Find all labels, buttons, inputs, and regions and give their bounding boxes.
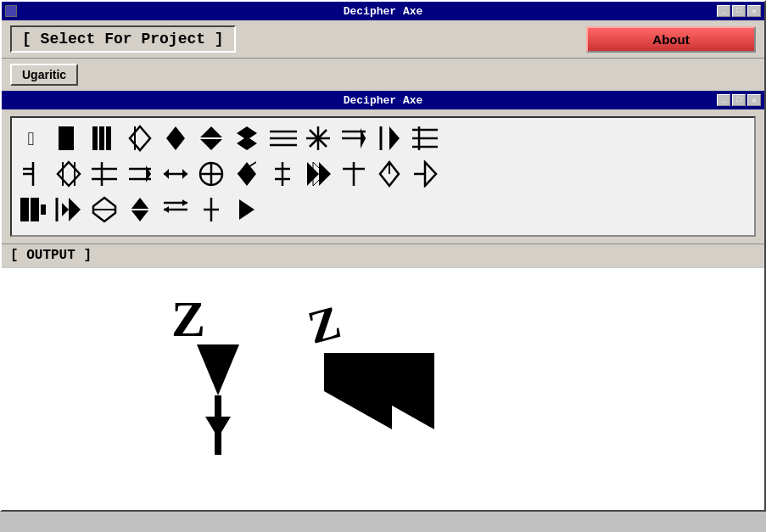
symbol-2-4[interactable]	[126, 160, 154, 193]
svg-marker-64	[69, 198, 81, 221]
symbol-2-7[interactable]	[232, 160, 261, 193]
minimize-button[interactable]: _	[717, 5, 730, 17]
svg-marker-59	[425, 162, 436, 186]
cuneiform-symbol-grid: 𒀀	[10, 116, 756, 237]
symbol-3-3[interactable]	[90, 196, 119, 228]
title-bar: Decipher Axe _ □ ✕	[2, 2, 764, 20]
svg-rect-2	[69, 126, 74, 150]
symbol-3-7[interactable]	[232, 196, 261, 228]
symbol-2-10[interactable]	[339, 160, 368, 193]
main-toolbar: [ Select For Project ] About	[2, 20, 764, 59]
symbol-1-4[interactable]	[126, 125, 154, 157]
symbol-2-5[interactable]	[161, 160, 190, 193]
symbol-row-2	[19, 160, 747, 193]
output-label: [ OUTPUT ]	[10, 248, 92, 263]
symbol-3-4[interactable]	[126, 196, 154, 228]
svg-marker-77	[239, 199, 254, 220]
svg-rect-1	[64, 126, 69, 150]
svg-marker-73	[182, 199, 187, 206]
language-bar: Ugaritic	[2, 59, 764, 91]
symbol-3-6[interactable]	[197, 196, 226, 228]
svg-rect-3	[92, 126, 98, 150]
svg-marker-47	[238, 162, 256, 186]
symbol-1-2[interactable]	[54, 125, 83, 157]
svg-marker-32	[58, 162, 80, 186]
minimize-button-2[interactable]: _	[717, 94, 730, 106]
svg-marker-42	[182, 169, 187, 179]
symbol-2-3[interactable]	[90, 160, 119, 193]
symbol-2-11[interactable]	[375, 160, 404, 193]
svg-rect-62	[31, 198, 39, 221]
svg-marker-66	[62, 203, 69, 216]
svg-marker-74	[164, 206, 169, 213]
svg-marker-79	[197, 344, 239, 395]
symbol-2-8[interactable]	[268, 160, 297, 193]
svg-marker-43	[164, 169, 169, 179]
svg-marker-23	[389, 126, 400, 150]
svg-rect-4	[99, 126, 104, 150]
title-bar-controls: _ □ ✕	[717, 5, 761, 17]
symbol-row-1: 𒀀	[19, 125, 747, 157]
svg-marker-12	[237, 137, 257, 150]
symbol-2-6[interactable]	[197, 160, 226, 193]
symbol-2-1[interactable]	[19, 160, 48, 193]
symbol-3-2[interactable]	[54, 196, 83, 228]
title-bar-2-controls: _ □ ✕	[717, 94, 761, 106]
symbol-2-12[interactable]	[411, 160, 439, 193]
maximize-button[interactable]: □	[732, 5, 746, 17]
about-button[interactable]: About	[586, 26, 756, 53]
title-bar-2: Decipher Axe _ □ ✕	[2, 91, 764, 109]
close-button[interactable]: ✕	[747, 5, 761, 17]
symbol-1-9[interactable]	[304, 125, 333, 157]
svg-rect-5	[106, 126, 111, 150]
symbol-1-10[interactable]	[339, 125, 368, 157]
output-bar: [ OUTPUT ]	[2, 244, 764, 266]
symbol-1-1[interactable]: 𒀀	[19, 132, 48, 150]
symbol-1-7[interactable]	[232, 125, 261, 157]
symbol-1-11[interactable]	[375, 125, 404, 157]
close-button-2[interactable]: ✕	[747, 94, 761, 106]
app-title-2: Decipher Axe	[344, 94, 423, 107]
symbol-2-9[interactable]	[304, 160, 333, 193]
symbol-3-1[interactable]	[19, 196, 48, 228]
svg-rect-0	[59, 126, 64, 150]
output-area: Z Z	[2, 266, 764, 510]
symbol-2-2[interactable]	[54, 160, 83, 193]
app-title: Decipher Axe	[344, 5, 423, 18]
svg-marker-85	[324, 353, 392, 429]
svg-marker-6	[130, 126, 150, 150]
symbol-row-3	[19, 196, 747, 228]
svg-rect-63	[41, 204, 46, 215]
app-icon	[5, 5, 17, 17]
symbol-1-5[interactable]	[161, 125, 190, 157]
language-button[interactable]: Ugaritic	[10, 64, 78, 86]
symbol-1-12[interactable]	[411, 125, 439, 157]
svg-text:Z: Z	[302, 295, 345, 353]
svg-marker-8	[166, 126, 185, 150]
svg-rect-61	[20, 198, 29, 221]
svg-marker-81	[205, 417, 231, 438]
symbol-1-6[interactable]	[197, 125, 226, 157]
symbol-1-8[interactable]	[268, 125, 297, 157]
svg-text:Z: Z	[171, 291, 205, 347]
output-svg: Z Z	[2, 268, 766, 506]
select-for-project-button[interactable]: [ Select For Project ]	[10, 25, 236, 53]
symbol-3-5[interactable]	[161, 196, 190, 228]
symbol-1-3[interactable]	[90, 125, 119, 157]
maximize-button-2[interactable]: □	[732, 94, 746, 106]
